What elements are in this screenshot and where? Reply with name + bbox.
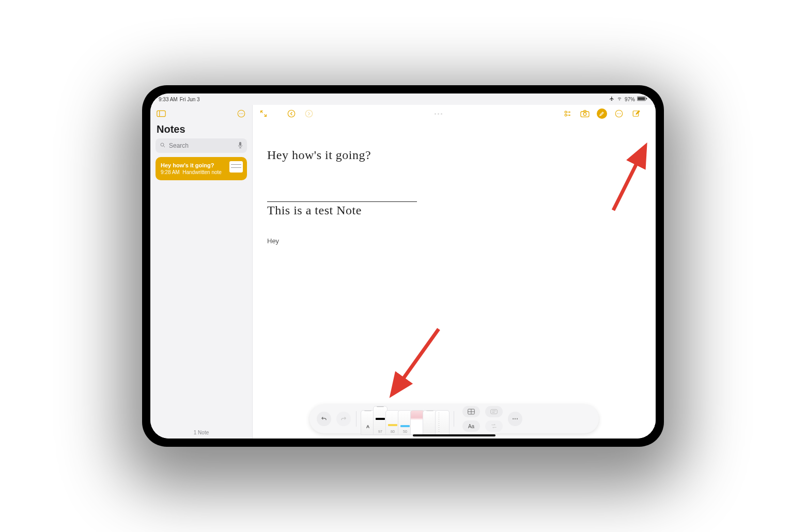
svg-rect-11 bbox=[239, 142, 241, 146]
svg-point-9 bbox=[161, 143, 164, 146]
dictate-icon[interactable] bbox=[238, 142, 243, 150]
svg-rect-2 bbox=[646, 98, 647, 99]
battery-percent: 97% bbox=[625, 97, 635, 102]
handwriting-line-2: This is a test Note bbox=[267, 204, 362, 217]
ipad-frame: 9:33 AM Fri Jun 3 97% bbox=[142, 85, 664, 447]
note-list-item[interactable]: Hey how's it going? 9:28 AM Handwritten … bbox=[156, 157, 247, 180]
search-placeholder: Search bbox=[169, 142, 189, 149]
wifi-icon bbox=[616, 96, 623, 102]
svg-rect-1 bbox=[638, 97, 645, 100]
svg-point-7 bbox=[241, 113, 242, 114]
note-time: 9:28 AM bbox=[161, 169, 180, 175]
svg-point-24 bbox=[618, 113, 619, 114]
svg-point-19 bbox=[569, 115, 570, 116]
svg-point-6 bbox=[239, 113, 240, 114]
sidebar-title: Notes bbox=[150, 122, 252, 138]
grab-handle-icon[interactable] bbox=[435, 113, 442, 115]
status-bar: 9:33 AM Fri Jun 3 97% bbox=[150, 93, 656, 105]
svg-rect-30 bbox=[491, 410, 498, 414]
sidebar: Notes Search Hey how's it going? 9:28 AM bbox=[150, 105, 253, 439]
note-canvas[interactable]: Hey how's it going? This is a test Note … bbox=[253, 122, 656, 439]
search-icon bbox=[160, 142, 166, 150]
editor-toolbar bbox=[253, 105, 656, 122]
search-input[interactable]: Search bbox=[156, 138, 247, 153]
palette-undo-button[interactable] bbox=[317, 412, 331, 426]
svg-point-25 bbox=[620, 113, 621, 114]
screen: 9:33 AM Fri Jun 3 97% bbox=[150, 93, 656, 439]
svg-point-14 bbox=[288, 110, 295, 117]
svg-point-21 bbox=[583, 113, 586, 116]
share-button[interactable] bbox=[562, 108, 573, 119]
svg-line-10 bbox=[164, 146, 165, 147]
editor-pane: Hey how's it going? This is a test Note … bbox=[253, 105, 656, 439]
svg-rect-3 bbox=[157, 111, 165, 116]
status-time: 9:33 AM bbox=[159, 97, 178, 102]
svg-point-18 bbox=[569, 112, 570, 113]
palette-more-button[interactable]: ··· bbox=[508, 412, 522, 426]
svg-point-23 bbox=[617, 113, 618, 114]
note-subtitle: Handwritten note bbox=[182, 169, 222, 175]
markup-palette[interactable]: A 97 80 50 bbox=[309, 404, 599, 433]
svg-point-8 bbox=[242, 113, 243, 114]
status-date: Fri Jun 3 bbox=[180, 97, 200, 102]
svg-point-15 bbox=[305, 110, 313, 117]
ruler-tool[interactable] bbox=[435, 410, 450, 435]
compose-button[interactable] bbox=[631, 108, 642, 119]
annotation-arrow-bottom bbox=[392, 324, 449, 393]
text-format-button[interactable]: Aa bbox=[462, 420, 480, 432]
undo-button[interactable] bbox=[286, 108, 297, 119]
sidebar-footer-count: 1 Note bbox=[150, 426, 252, 439]
airplane-icon bbox=[609, 96, 614, 102]
markup-button[interactable] bbox=[597, 108, 607, 119]
svg-point-17 bbox=[565, 114, 567, 116]
table-button[interactable] bbox=[462, 406, 480, 417]
more-button[interactable] bbox=[613, 108, 625, 119]
battery-icon bbox=[637, 96, 647, 102]
typed-text: Hey bbox=[267, 237, 643, 245]
text-box-button[interactable] bbox=[485, 406, 503, 417]
home-indicator[interactable] bbox=[413, 434, 495, 436]
tools-group: A 97 80 50 bbox=[362, 407, 448, 435]
annotation-arrow-top bbox=[608, 153, 649, 217]
fullscreen-button[interactable] bbox=[258, 108, 269, 119]
sidebar-more-button[interactable] bbox=[236, 108, 247, 119]
redo-button[interactable] bbox=[303, 108, 315, 119]
handwriting-line-1: Hey how's it going? bbox=[267, 148, 643, 162]
auto-convert-button[interactable] bbox=[485, 420, 503, 432]
camera-button[interactable] bbox=[579, 108, 591, 119]
palette-redo-button[interactable] bbox=[336, 412, 351, 426]
svg-point-16 bbox=[565, 111, 567, 113]
sidebar-toggle-button[interactable] bbox=[156, 108, 167, 119]
